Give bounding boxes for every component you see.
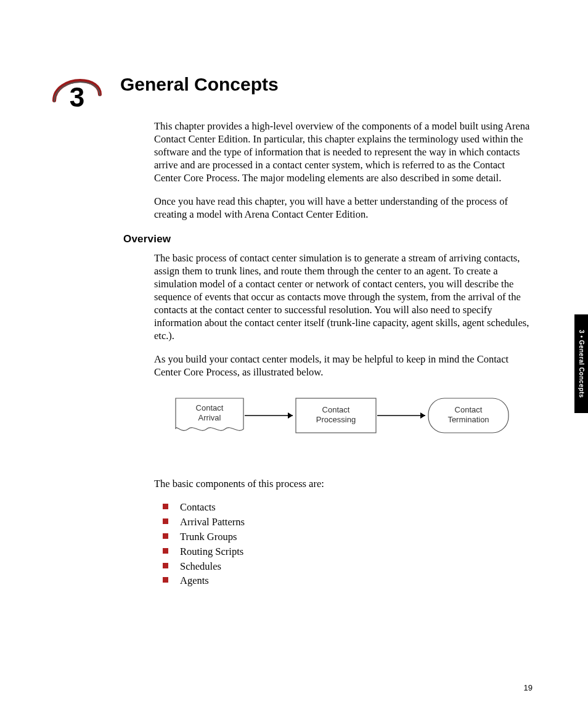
components-list: Contacts Arrival Patterns Trunk Groups R… (160, 500, 533, 589)
intro-paragraph-1: This chapter provides a high-level overv… (154, 120, 533, 185)
arrow-1-head (288, 412, 293, 419)
chapter-title: General Concepts (120, 74, 533, 95)
contact-termination-label-1: Contact (455, 405, 483, 414)
list-item: Routing Scripts (160, 544, 533, 559)
chapter-number: 3 (49, 82, 105, 113)
list-item: Agents (160, 573, 533, 588)
arrow-2-head (420, 412, 425, 419)
list-item: Contacts (160, 500, 533, 515)
chapter-badge: 3 (49, 77, 105, 114)
list-item: Schedules (160, 559, 533, 574)
components-intro-block: The basic components of this process are… (154, 477, 533, 490)
page-number: 19 (524, 683, 533, 692)
side-tab: 3 • General Concepts (574, 314, 588, 413)
section-heading-overview: Overview (123, 233, 533, 245)
intro-paragraph-2: Once you have read this chapter, you wil… (154, 195, 533, 221)
contact-arrival-label-1: Contact (196, 403, 224, 412)
list-item: Arrival Patterns (160, 515, 533, 530)
overview-paragraph-2: As you build your contact center models,… (154, 353, 533, 379)
contact-processing-label-1: Contact (322, 405, 350, 414)
overview-paragraph-1: The basic process of contact center simu… (154, 252, 533, 343)
intro-block: This chapter provides a high-level overv… (154, 120, 533, 221)
components-intro: The basic components of this process are… (154, 477, 533, 490)
page-root: 3 General Concepts This chapter provides… (0, 0, 588, 625)
contact-processing-label-2: Processing (316, 415, 356, 424)
contact-arrival-label-2: Arrival (198, 413, 221, 422)
contact-termination-label-2: Termination (447, 415, 489, 424)
list-item: Trunk Groups (160, 530, 533, 544)
overview-block: The basic process of contact center simu… (154, 252, 533, 379)
core-process-diagram: Contact Arrival Contact Processing Conta… (169, 391, 515, 446)
side-tab-label: 3 • General Concepts (578, 330, 585, 398)
